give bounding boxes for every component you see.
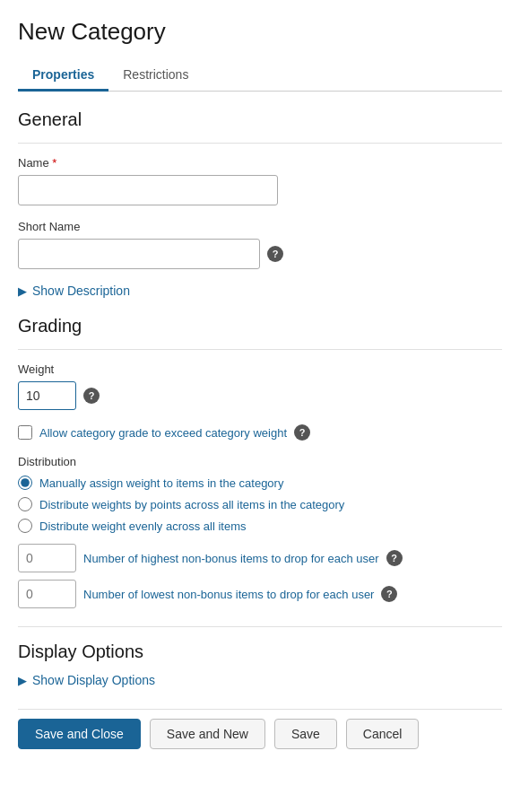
distribution-evenly-label[interactable]: Distribute weight evenly across all item…	[39, 520, 246, 533]
weight-input[interactable]	[18, 381, 76, 410]
grading-divider	[18, 349, 502, 350]
weight-label: Weight	[18, 362, 502, 376]
grading-section-title: Grading	[18, 316, 502, 336]
drop-lowest-help-icon[interactable]: ?	[381, 586, 397, 602]
grading-section: Grading Weight ? Allow category grade to…	[18, 316, 502, 608]
distribution-manual-label[interactable]: Manually assign weight to items in the c…	[39, 476, 283, 490]
drop-highest-input[interactable]	[18, 544, 76, 572]
short-name-field-group: Short Name ?	[18, 220, 502, 269]
short-name-input-row: ?	[18, 239, 502, 269]
allow-exceed-help-icon[interactable]: ?	[294, 424, 310, 441]
general-section: General Name * Short Name ? ▶ Show Descr…	[18, 109, 502, 298]
distribution-radio-group: Manually assign weight to items in the c…	[18, 476, 502, 533]
weight-field-group: Weight ?	[18, 362, 502, 410]
name-label-text: Name	[18, 156, 49, 170]
drop-lowest-row: Number of lowest non-bonus items to drop…	[18, 580, 502, 608]
short-name-help-icon[interactable]: ?	[267, 246, 283, 262]
show-display-options-row: ▶ Show Display Options	[18, 673, 502, 687]
drop-fields: Number of highest non-bonus items to dro…	[18, 544, 502, 608]
show-display-options-chevron-icon: ▶	[18, 674, 27, 687]
distribution-evenly-row: Distribute weight evenly across all item…	[18, 519, 502, 533]
allow-exceed-checkbox[interactable]	[18, 425, 32, 440]
footer-buttons: Save and Close Save and New Save Cancel	[18, 709, 502, 749]
show-display-options-link[interactable]: Show Display Options	[32, 673, 155, 687]
save-and-close-button[interactable]: Save and Close	[18, 719, 141, 749]
show-description-row: ▶ Show Description	[18, 284, 502, 298]
drop-highest-help-icon[interactable]: ?	[386, 550, 403, 566]
display-options-section: Display Options ▶ Show Display Options	[18, 626, 502, 687]
name-field-group: Name *	[18, 156, 502, 205]
weight-row: ?	[18, 381, 502, 410]
distribution-manual-radio[interactable]	[18, 476, 32, 490]
distribution-points-row: Distribute weights by points across all …	[18, 497, 502, 511]
drop-lowest-input[interactable]	[18, 580, 76, 608]
name-input[interactable]	[18, 175, 278, 205]
distribution-section: Distribution Manually assign weight to i…	[18, 455, 502, 608]
general-divider	[18, 143, 502, 144]
name-label: Name *	[18, 156, 502, 170]
distribution-manual-row: Manually assign weight to items in the c…	[18, 476, 502, 490]
drop-lowest-label: Number of lowest non-bonus items to drop…	[83, 588, 374, 601]
display-options-title: Display Options	[18, 642, 502, 662]
allow-exceed-row: Allow category grade to exceed category …	[18, 424, 502, 441]
short-name-input[interactable]	[18, 239, 260, 269]
show-description-link[interactable]: Show Description	[32, 284, 130, 298]
general-section-title: General	[18, 109, 502, 130]
tabs-container: Properties Restrictions	[18, 60, 502, 92]
cancel-button[interactable]: Cancel	[346, 719, 420, 749]
allow-exceed-label[interactable]: Allow category grade to exceed category …	[39, 426, 287, 440]
drop-highest-label: Number of highest non-bonus items to dro…	[83, 552, 379, 565]
save-and-new-button[interactable]: Save and New	[150, 719, 265, 749]
tab-restrictions[interactable]: Restrictions	[108, 60, 203, 92]
distribution-points-label[interactable]: Distribute weights by points across all …	[39, 498, 344, 511]
drop-highest-row: Number of highest non-bonus items to dro…	[18, 544, 502, 572]
tab-properties[interactable]: Properties	[18, 60, 108, 92]
short-name-label: Short Name	[18, 220, 502, 233]
distribution-points-radio[interactable]	[18, 497, 32, 511]
page-title: New Category	[18, 18, 502, 46]
distribution-evenly-radio[interactable]	[18, 519, 32, 533]
weight-help-icon[interactable]: ?	[83, 388, 100, 404]
required-star: *	[52, 156, 56, 170]
distribution-label: Distribution	[18, 455, 502, 468]
save-button[interactable]: Save	[274, 719, 337, 749]
show-description-chevron-icon: ▶	[18, 284, 27, 298]
